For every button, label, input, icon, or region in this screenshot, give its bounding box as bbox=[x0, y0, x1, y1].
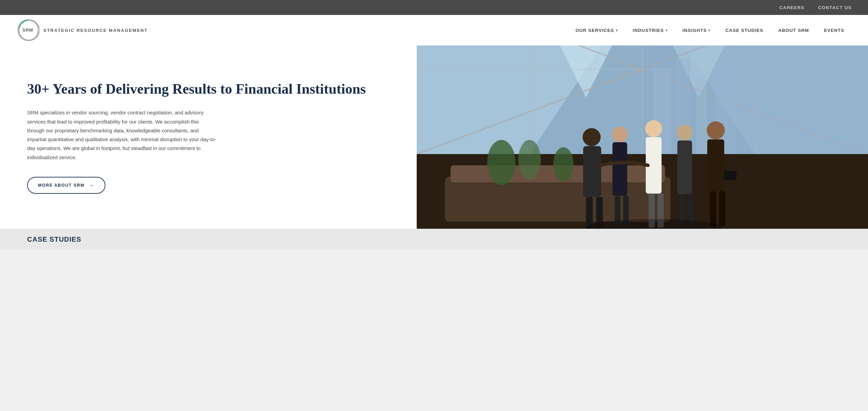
svg-rect-44 bbox=[719, 191, 725, 226]
case-studies-bar: CASE STUDIES bbox=[0, 229, 868, 250]
svg-point-18 bbox=[518, 140, 541, 179]
logo-full-name: STRATEGIC RESOURCE MANAGEMENT bbox=[43, 28, 148, 33]
logo-link[interactable]: SRM STRATEGIC RESOURCE MANAGEMENT bbox=[16, 19, 148, 42]
svg-rect-42 bbox=[707, 139, 724, 191]
svg-point-37 bbox=[677, 125, 693, 141]
svg-point-19 bbox=[553, 147, 573, 181]
top-bar: CAREERS CONTACT US bbox=[0, 0, 868, 15]
svg-rect-27 bbox=[586, 197, 593, 229]
svg-rect-38 bbox=[677, 141, 692, 194]
chevron-down-icon: ▾ bbox=[666, 29, 668, 32]
svg-point-17 bbox=[487, 140, 515, 185]
header: SRM STRATEGIC RESOURCE MANAGEMENT OUR SE… bbox=[0, 15, 868, 45]
hero-body-text: SRM specializes in vendor sourcing, vend… bbox=[27, 108, 217, 162]
svg-rect-43 bbox=[710, 191, 716, 226]
svg-point-25 bbox=[583, 128, 600, 146]
contact-link[interactable]: CONTACT US bbox=[818, 5, 852, 10]
case-studies-label: CASE STUDIES bbox=[27, 236, 81, 243]
srm-logo-icon: SRM bbox=[16, 19, 39, 42]
nav-item-insights[interactable]: INSIGHTS ▾ bbox=[675, 15, 718, 45]
more-about-srm-button[interactable]: MORE ABOUT SRM → bbox=[27, 177, 105, 194]
svg-rect-26 bbox=[583, 146, 601, 197]
arrow-icon: → bbox=[88, 182, 95, 188]
svg-point-41 bbox=[707, 121, 725, 139]
svg-text:SRM: SRM bbox=[22, 27, 33, 33]
nav-item-our-services[interactable]: OUR SERVICES ▾ bbox=[568, 15, 625, 45]
svg-rect-30 bbox=[612, 142, 627, 196]
nav-item-industries[interactable]: INDUSTRIES ▾ bbox=[625, 15, 675, 45]
svg-rect-45 bbox=[724, 171, 737, 180]
svg-point-29 bbox=[612, 126, 628, 142]
hero-heading: 30+ Years of Delivering Results to Finan… bbox=[27, 80, 396, 97]
svg-rect-23 bbox=[696, 75, 707, 154]
careers-link[interactable]: CAREERS bbox=[780, 5, 805, 10]
nav-item-case-studies[interactable]: CASE STUDIES bbox=[718, 15, 771, 45]
main-nav: OUR SERVICES ▾ INDUSTRIES ▾ INSIGHTS ▾ C… bbox=[568, 15, 852, 45]
nav-item-events[interactable]: EVENTS bbox=[816, 15, 852, 45]
chevron-down-icon: ▾ bbox=[708, 29, 710, 32]
chevron-down-icon: ▾ bbox=[616, 29, 618, 32]
svg-rect-15 bbox=[445, 176, 671, 222]
hero-section: 30+ Years of Delivering Results to Finan… bbox=[0, 45, 868, 229]
background-svg bbox=[417, 45, 868, 229]
svg-point-33 bbox=[645, 120, 662, 137]
hero-image-area bbox=[417, 45, 868, 229]
hero-content: 30+ Years of Delivering Results to Finan… bbox=[0, 45, 417, 229]
hero-photo bbox=[417, 45, 868, 229]
nav-item-about-srm[interactable]: ABOUT SRM bbox=[771, 15, 816, 45]
